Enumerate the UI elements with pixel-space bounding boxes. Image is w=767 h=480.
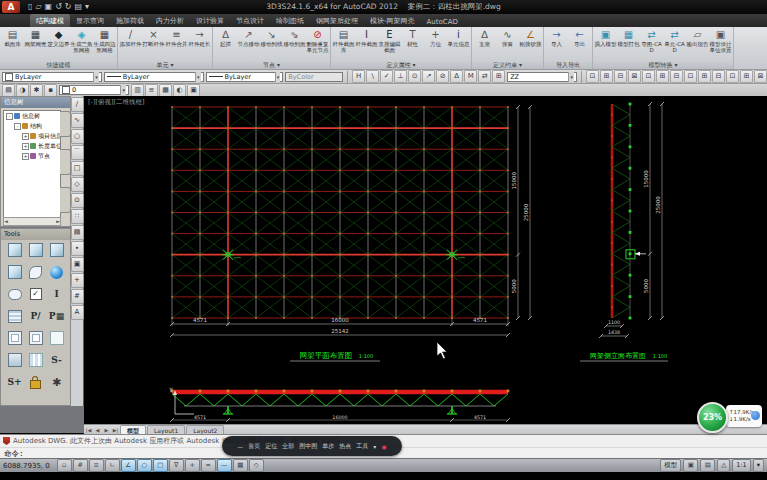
ribbon-button[interactable]: I 杆件截面 [355,28,378,47]
view-tool-icon[interactable]: ⊞ [656,70,669,83]
s-plus-tool[interactable]: S+ [6,373,24,391]
toolbar-icon[interactable]: H [352,70,365,83]
tab-first-arrow[interactable]: |◀ [84,427,93,433]
draw-tool-icon[interactable]: ▣ [71,257,84,272]
ribbon-button[interactable]: ◈ 生成三角形网格 [70,28,93,53]
ribbon-group-title[interactable]: 节点 ▾ [213,60,330,69]
ribbon-button[interactable]: → 导入 [545,28,568,47]
gear-tool[interactable]: ✱ [48,373,66,391]
layer-state-icon[interactable]: ▥ [131,84,144,97]
ribbon-group-title[interactable]: 定义属性 ▾ [331,60,471,69]
toolbar-icon[interactable]: \ [366,70,379,83]
layer-tool-icon[interactable]: ◑ [16,84,29,97]
draw-tool-icon[interactable]: ⊙ [71,193,84,208]
ribbon-tab[interactable]: 模块-网架网壳 [364,14,421,27]
view-tool-icon[interactable]: ⊟ [614,70,627,83]
sphere-tool[interactable] [48,263,66,281]
ribbon-button[interactable]: ▤ 截面库 [1,28,24,47]
toolbar-icon[interactable]: ↗ [422,70,435,83]
ribbon-button[interactable]: ◆ 定义边界 [47,28,70,47]
ribbon-button[interactable]: → 杆件延长 [188,28,211,47]
toolbar-icon[interactable]: ∆ [450,70,463,83]
infer-constraints-toggle[interactable]: ▫ [57,459,72,472]
p-table-tool[interactable]: P▦ [48,307,66,325]
performance-ball[interactable]: 23% [697,402,728,433]
undo-icon[interactable]: ↺ [55,1,62,13]
view-tool-icon[interactable]: ⊞ [698,70,711,83]
osnap3d-toggle[interactable]: □ [153,459,168,472]
solid-cube-tool[interactable] [48,241,66,259]
new-icon[interactable]: ▯ [28,1,32,13]
quick-view-drawings-icon[interactable]: ▤ [700,459,715,472]
ribbon-tab[interactable]: 绘制图纸 [270,14,310,27]
ribbon-button[interactable]: ⇄ 导图-CAD [640,28,663,53]
solid-wedge-tool[interactable] [27,241,45,259]
draw-tool-icon[interactable]: ∙ [71,241,84,256]
toolbar-icon[interactable]: ⇄ [478,70,491,83]
style-combo[interactable]: ZZ▾ [507,72,577,82]
ribbon-button[interactable]: ↗ 节点移动 [237,28,260,47]
draw-tool-icon[interactable]: ∿ [71,113,84,128]
empty-square-tool[interactable] [48,329,66,347]
tab-prev-arrow[interactable]: ◀ [93,427,102,433]
quick-view-layouts-icon[interactable]: ▣ [683,459,698,472]
layer-tool-icon[interactable]: ▤ [2,84,15,97]
drawing-canvas[interactable]: [-][俯视][二维线框] 45711600045712514215000500… [84,96,767,424]
linetype-combo[interactable]: ByLayer▾ [104,72,204,82]
view-tool-icon[interactable]: ⊡ [642,70,655,83]
save-icon[interactable]: ▣ [45,1,53,13]
player-menu-icon[interactable]: ▾ [373,443,376,450]
player-collapse-icon[interactable]: — [237,443,243,450]
ribbon-button[interactable]: ← 导出 [568,28,591,47]
layout-tab[interactable]: Layout2 [186,425,224,435]
p-slash-tool[interactable]: P/ [27,307,45,325]
redo-icon[interactable]: ↻ [65,1,72,13]
ribbon-group-title[interactable]: 模型转换 ▾ [593,60,733,69]
layer-state-icon[interactable]: ◐ [173,84,186,97]
dyn-toggle[interactable]: ≈ [201,459,216,472]
draw-tool-icon[interactable]: A [71,305,84,320]
region-tool[interactable] [27,263,45,281]
layer-state-icon[interactable]: ▣ [187,84,200,97]
nested-square-tool[interactable] [6,329,24,347]
ribbon-tab[interactable]: 结构建模 [30,14,70,27]
view-tool-icon[interactable]: ⊡ [586,70,599,83]
view-tool-icon[interactable]: ⊟ [670,70,683,83]
ducs-toggle[interactable]: + [185,459,200,472]
player-item[interactable]: 单步 [322,442,334,451]
ribbon-button[interactable]: ∠ 刚接铰接 [519,28,542,47]
ribbon-button[interactable]: ⊘ 删除重复单元节点 [306,28,329,53]
ribbon-button[interactable]: + 方位 [424,28,447,47]
solid-outline-tool[interactable] [6,263,24,281]
toolbar-icon[interactable]: ✓ [380,70,393,83]
draw-tool-icon[interactable]: ⌒ [71,145,84,160]
ribbon-button[interactable]: ∆ 支座 [473,28,496,47]
ribbon-group-title[interactable]: 定义约束 ▾ [472,60,543,69]
ribbon-button[interactable]: ↘ 移动到线 [260,28,283,47]
view-tool-icon[interactable]: ⊠ [754,70,767,83]
toolbar-icon[interactable]: M [464,70,477,83]
ribbon-tab[interactable]: 钢网架后处理 [310,14,364,27]
unlock-tool[interactable] [27,373,45,391]
draw-tool-icon[interactable]: ∷ [71,209,84,224]
palette-side-tab-2[interactable] [60,149,71,175]
grid-toggle[interactable]: ≡ [89,459,104,472]
ribbon-group-title[interactable]: 单元 ▾ [118,60,212,69]
ribbon-tab[interactable]: 显示查询 [70,14,110,27]
nested-square-tool-2[interactable] [27,329,45,347]
tree-item[interactable]: - 结构 [4,121,60,131]
open-icon[interactable]: ▱ [35,1,41,13]
player-item[interactable]: 定位 [265,442,277,451]
transparency-toggle[interactable]: ▦ [233,459,248,472]
player-item[interactable]: 图中图 [299,442,317,451]
viewport-controls-label[interactable]: [-][俯视][二维线框] [88,98,145,107]
ribbon-button[interactable]: ▣ 插入模型 [594,28,617,47]
draw-tool-icon[interactable]: / [71,97,84,112]
player-power-icon[interactable]: ◉ [381,443,386,450]
ribbon-button[interactable]: / 添加杆件 [119,28,142,47]
video-player-bar[interactable]: — 首页定位全部图中图单步热点工具▾◉ [222,436,402,456]
view-tool-icon[interactable]: ⊡ [726,70,739,83]
view-tool-icon[interactable]: ⊡ [684,70,697,83]
draw-tool-icon[interactable]: ○ [71,129,84,144]
plot-icon[interactable]: ▤ [75,1,83,13]
